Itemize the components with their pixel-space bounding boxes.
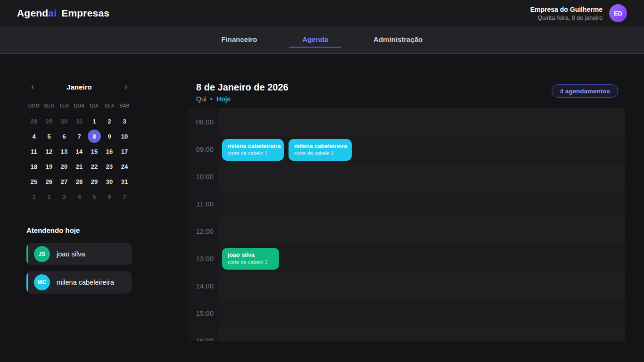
calendar-day[interactable]: 13 — [57, 144, 72, 159]
calendar-day[interactable]: 5 — [41, 129, 57, 144]
calendar-day[interactable]: 9 — [102, 129, 117, 144]
today-label: Hoje — [216, 95, 231, 103]
calendar-prev-icon[interactable]: ‹ — [26, 81, 39, 93]
calendar-day[interactable]: 19 — [41, 159, 57, 174]
calendar-day[interactable]: 1 — [26, 189, 41, 204]
calendar-day[interactable]: 18 — [26, 159, 41, 174]
calendar-day[interactable]: 16 — [102, 144, 117, 159]
time-slot[interactable] — [219, 190, 625, 217]
logo-brand-primary: Agend — [17, 8, 48, 18]
time-row: 14:00 — [189, 272, 625, 299]
calendar-day[interactable]: 31 — [72, 114, 87, 129]
calendar-day[interactable]: 21 — [72, 159, 87, 174]
appointment-card[interactable]: milena cabeleireira corte de cabelo 1 — [222, 139, 284, 161]
staff-section-title: Atendendo hoje — [26, 226, 132, 234]
calendar-day[interactable]: 4 — [26, 129, 41, 144]
time-row: 10:00 — [189, 163, 625, 190]
calendar-day[interactable]: 31 — [117, 174, 132, 189]
calendar-day[interactable]: 30 — [57, 114, 72, 129]
time-row: 11:00 — [189, 190, 625, 217]
staff-name: milena cabeleireira — [57, 279, 114, 286]
calendar-day[interactable]: 28 — [72, 174, 87, 189]
calendar-weekday-label: QUA — [72, 102, 87, 109]
app-logo: Agendai Empresas — [17, 8, 109, 19]
calendar-day[interactable]: 29 — [87, 174, 102, 189]
logo-brand-accent: ai — [48, 8, 57, 18]
appointment-card[interactable]: joao silva corte de cabelo 1 — [222, 248, 279, 270]
time-slot[interactable] — [219, 108, 625, 135]
appointments-count-badge[interactable]: 4 agendamentos — [552, 84, 618, 98]
calendar-day[interactable]: 3 — [117, 114, 132, 129]
calendar-day[interactable]: 3 — [57, 189, 72, 204]
staff-item-milena-cabeleireira[interactable]: MC milena cabeleireira — [26, 271, 132, 294]
header-right: Empresa do Guilherme Quinta-feira, 8 de … — [530, 4, 627, 22]
content-area: ‹ Janeiro › DOMSEGTERQUAQUISEXSÁB 282930… — [0, 54, 644, 362]
time-slot[interactable] — [219, 272, 625, 299]
time-row: 15:00 — [189, 299, 625, 327]
time-slot[interactable] — [219, 327, 625, 341]
time-label: 08:00 — [189, 108, 219, 135]
calendar-day[interactable]: 5 — [87, 189, 102, 204]
agenda-main: 8 de Janeiro de 2026 Qui • Hoje 4 agenda… — [189, 54, 625, 103]
time-label: 12:00 — [189, 218, 219, 245]
time-row: 08:00 — [189, 108, 625, 135]
staff-item-joao-silva[interactable]: JS joao silva — [26, 243, 132, 265]
staff-avatar: JS — [34, 246, 50, 262]
tab-administracao[interactable]: Administração — [360, 33, 436, 48]
appointment-title: joao silva — [228, 251, 273, 259]
agenda-weekday-short: Qui — [196, 95, 206, 103]
user-avatar[interactable]: ED — [609, 4, 627, 22]
calendar-weekday-label: DOM — [26, 102, 41, 109]
calendar-weekday-label: SEG — [41, 102, 57, 109]
logo-brand: Agendai — [17, 8, 57, 19]
calendar-day[interactable]: 25 — [26, 174, 41, 189]
calendar-day[interactable]: 7 — [72, 129, 87, 144]
calendar-day[interactable]: 15 — [87, 144, 102, 159]
calendar-day[interactable]: 30 — [102, 174, 117, 189]
appointment-card[interactable]: milena cabeleireira corte de cabelo 1 — [289, 139, 352, 161]
calendar-month-label: Janeiro — [66, 83, 91, 91]
tab-agenda[interactable]: Agenda — [289, 33, 341, 48]
calendar-day[interactable]: 1 — [87, 114, 102, 129]
tab-financeiro[interactable]: Financeiro — [208, 33, 270, 48]
calendar-day[interactable]: 2 — [102, 114, 117, 129]
calendar-day[interactable]: 28 — [26, 114, 41, 129]
calendar-day[interactable]: 27 — [57, 174, 72, 189]
appointment-service: corte de cabelo 1 — [294, 150, 346, 157]
time-label: 14:00 — [189, 272, 219, 299]
appointment-service: corte de cabelo 1 — [228, 150, 278, 157]
calendar-day[interactable]: 4 — [72, 189, 87, 204]
time-slot[interactable] — [219, 245, 625, 272]
calendar-day[interactable]: 8 — [87, 129, 102, 144]
calendar-day[interactable]: 23 — [102, 159, 117, 174]
calendar-day[interactable]: 10 — [117, 129, 132, 144]
calendar-day[interactable]: 24 — [117, 159, 132, 174]
calendar-day[interactable]: 2 — [41, 189, 57, 204]
calendar-weekday-label: QUI — [87, 102, 102, 109]
time-label: 16:00 — [189, 327, 219, 341]
time-label: 09:00 — [189, 136, 219, 163]
calendar-weekday-label: SEX — [102, 102, 117, 109]
calendar-day[interactable]: 29 — [41, 114, 57, 129]
staff-accent-bar — [26, 271, 28, 294]
calendar-day[interactable]: 12 — [41, 144, 57, 159]
time-grid: 08:00 09:00 10:00 11:00 12:00 13:00 — [189, 108, 625, 341]
calendar-day[interactable]: 6 — [102, 189, 117, 204]
calendar-next-icon[interactable]: › — [120, 81, 132, 93]
sidebar: ‹ Janeiro › DOMSEGTERQUAQUISEXSÁB 282930… — [26, 54, 132, 294]
calendar-day[interactable]: 26 — [41, 174, 57, 189]
time-label: 11:00 — [189, 190, 219, 217]
calendar-day[interactable]: 14 — [72, 144, 87, 159]
time-slot[interactable] — [219, 163, 625, 190]
calendar-day[interactable]: 6 — [57, 129, 72, 144]
calendar-day[interactable]: 22 — [87, 159, 102, 174]
calendar-day[interactable]: 20 — [57, 159, 72, 174]
time-slot[interactable] — [219, 218, 625, 245]
calendar-day[interactable]: 17 — [117, 144, 132, 159]
company-name: Empresa do Guilherme — [530, 5, 603, 14]
calendar-day[interactable]: 7 — [117, 189, 132, 204]
app-header: Agendai Empresas Empresa do Guilherme Qu… — [0, 0, 644, 26]
calendar-weekday-label: SÁB — [117, 102, 132, 109]
time-slot[interactable] — [219, 300, 625, 327]
calendar-day[interactable]: 11 — [26, 144, 41, 159]
